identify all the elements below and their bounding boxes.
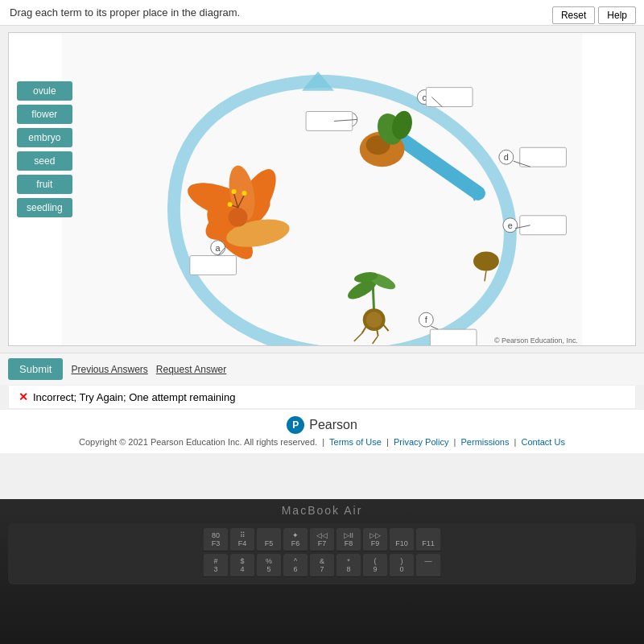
svg-rect-48	[520, 147, 567, 167]
key-f10[interactable]: F10	[390, 528, 414, 551]
feedback-message: Incorrect; Try Again; One attempt remain…	[33, 391, 235, 403]
term-seedling[interactable]: seedling	[17, 198, 72, 217]
key-rparen[interactable]: )0	[390, 554, 414, 577]
key-f7[interactable]: ◁◁F7	[310, 528, 334, 551]
instruction-bar: Drag each term to its proper place in th…	[0, 0, 644, 26]
request-answer-button[interactable]: Request Answer	[156, 364, 226, 375]
pearson-brand: Pearson	[309, 418, 357, 432]
feedback-icon: ✕	[19, 390, 28, 403]
svg-text:e: e	[508, 221, 513, 230]
keyboard-num-row: #3 $4 %5 ^6 &7 *8 (9 )0 —	[13, 554, 631, 577]
key-caret[interactable]: ^6	[283, 554, 308, 577]
svg-point-13	[242, 191, 247, 196]
pearson-icon: P	[287, 416, 304, 434]
svg-rect-49	[520, 216, 567, 235]
action-bar: Submit Previous Answers Request Answer	[0, 353, 644, 385]
macbook-label: MacBook Air	[282, 504, 363, 517]
svg-rect-50	[430, 329, 477, 345]
key-f3[interactable]: 80F3	[204, 528, 228, 551]
key-f11[interactable]: F11	[416, 528, 440, 551]
key-dollar[interactable]: $4	[230, 554, 254, 577]
copyright-text: Copyright © 2021 Pearson Education Inc. …	[79, 437, 317, 447]
privacy-link[interactable]: Privacy Policy	[394, 437, 448, 447]
terms-link[interactable]: Terms of Use	[329, 437, 382, 447]
term-seed[interactable]: seed	[17, 151, 72, 171]
submit-button[interactable]: Submit	[8, 358, 63, 380]
instruction-text: Drag each term to its proper place in th…	[10, 6, 240, 19]
key-f5[interactable]: F5	[257, 528, 281, 551]
svg-text:d: d	[504, 152, 509, 162]
svg-text:© Pearson Education, Inc.: © Pearson Education, Inc.	[494, 336, 578, 345]
diagram-container: ovule flower embryo seed fruit seedling	[8, 32, 636, 346]
svg-point-30	[366, 312, 382, 328]
reset-button[interactable]: Reset	[552, 6, 595, 24]
key-lparen[interactable]: (9	[363, 554, 387, 577]
svg-point-9	[229, 208, 248, 227]
term-fruit[interactable]: fruit	[17, 175, 72, 194]
key-f8[interactable]: ▷IIF8	[336, 528, 361, 551]
svg-point-15	[228, 202, 233, 207]
term-embryo[interactable]: embryo	[17, 128, 72, 147]
term-list: ovule flower embryo seed fruit seedling	[17, 81, 72, 217]
diagram-svg: a b c d e f	[9, 33, 635, 345]
help-button[interactable]: Help	[598, 6, 636, 24]
contact-link[interactable]: Contact Us	[522, 437, 565, 447]
term-ovule[interactable]: ovule	[17, 81, 72, 101]
term-flower[interactable]: flower	[17, 105, 72, 124]
key-ampersand[interactable]: &7	[310, 554, 334, 577]
svg-text:a: a	[216, 243, 221, 253]
key-f9[interactable]: ▷▷F9	[363, 528, 387, 551]
footer-links: Copyright © 2021 Pearson Education Inc. …	[6, 437, 638, 447]
key-f6[interactable]: ✦F6	[283, 528, 308, 551]
key-f4[interactable]: ⠿F4	[230, 528, 254, 551]
svg-point-31	[473, 252, 499, 271]
svg-rect-45	[190, 256, 237, 275]
svg-rect-47	[426, 88, 473, 107]
key-hash[interactable]: #3	[204, 554, 228, 577]
footer: P Pearson Copyright © 2021 Pearson Educa…	[0, 409, 644, 453]
top-buttons: Reset Help	[552, 6, 636, 24]
pearson-logo: P Pearson	[6, 416, 638, 434]
key-asterisk[interactable]: *8	[336, 554, 361, 577]
keyboard-area: MacBook Air 80F3 ⠿F4 F5 ✦F6 ◁◁F7 ▷IIF8 ▷…	[0, 499, 644, 644]
keyboard-fn-row: 80F3 ⠿F4 F5 ✦F6 ◁◁F7 ▷IIF8 ▷▷F9 F10 F11	[13, 528, 631, 551]
svg-point-11	[232, 189, 237, 194]
screen: Drag each term to its proper place in th…	[0, 0, 644, 499]
key-percent[interactable]: %5	[257, 554, 281, 577]
previous-answers-button[interactable]: Previous Answers	[71, 364, 147, 375]
keyboard: 80F3 ⠿F4 F5 ✦F6 ◁◁F7 ▷IIF8 ▷▷F9 F10 F11 …	[8, 523, 636, 584]
svg-rect-46	[306, 111, 353, 130]
key-minus[interactable]: —	[416, 554, 440, 577]
feedback-bar: ✕ Incorrect; Try Again; One attempt rema…	[8, 385, 636, 409]
permissions-link[interactable]: Permissions	[461, 437, 510, 447]
